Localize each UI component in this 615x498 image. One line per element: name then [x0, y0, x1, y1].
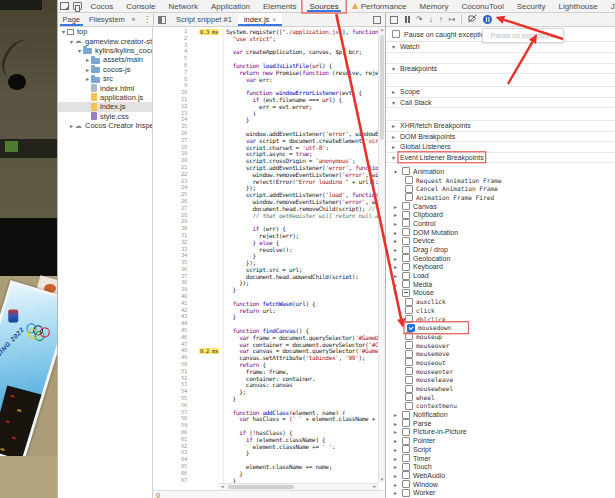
- code-line[interactable]: 63 }: [153, 449, 378, 456]
- category-checkbox[interactable]: [402, 219, 410, 227]
- code-line[interactable]: 66 }: [153, 470, 378, 477]
- code-line[interactable]: 42 return url;: [153, 307, 378, 314]
- section-twisty-icon[interactable]: ▸: [390, 88, 397, 95]
- line-number[interactable]: 45: [153, 327, 190, 334]
- code-line[interactable]: 36 script.src = url;: [153, 266, 378, 273]
- category-checkbox[interactable]: [402, 428, 410, 436]
- line-number[interactable]: 11: [153, 96, 190, 103]
- line-number[interactable]: 32: [153, 239, 190, 246]
- code-line[interactable]: 46 var frame = document.querySelector('#…: [153, 334, 378, 341]
- code-line[interactable]: 20 script.crossOrigin = 'anonymous';: [153, 157, 378, 164]
- event-checkbox-auxclick[interactable]: [405, 298, 413, 306]
- category-checkbox[interactable]: [402, 463, 410, 471]
- tab-filesystem[interactable]: Filesystem: [85, 13, 130, 26]
- sidebar-item-cocos-creator-inspector[interactable]: ▸☁Cocos Creator Inspector: [58, 121, 152, 130]
- step-icon[interactable]: ↦: [449, 16, 456, 24]
- line-number[interactable]: 53: [153, 381, 190, 388]
- category-checkbox[interactable]: [402, 454, 410, 462]
- category-twisty-icon[interactable]: ▸: [392, 203, 399, 210]
- tab-console[interactable]: Console: [120, 0, 162, 12]
- code-line[interactable]: 16 window.addEventListener('error', wind…: [153, 130, 378, 137]
- line-number[interactable]: 46: [153, 334, 190, 341]
- section-twisty-icon[interactable]: ▾: [390, 65, 397, 72]
- code-line[interactable]: 39 }: [153, 286, 378, 293]
- code-line[interactable]: 21 script.addEventListener('error', func…: [153, 164, 378, 171]
- category-twisty-icon[interactable]: ▸: [392, 246, 399, 253]
- twisty-icon[interactable]: ▾: [68, 38, 75, 45]
- tab-sources[interactable]: Sources: [303, 0, 345, 12]
- line-number[interactable]: 8: [153, 76, 190, 83]
- line-number[interactable]: 29: [153, 218, 190, 225]
- code-line[interactable]: 45 function findCanvas() {: [153, 327, 378, 334]
- code-line[interactable]: 22 window.removeEventListener('error', w…: [153, 171, 378, 178]
- event-row-contextmenu[interactable]: contextmenu: [386, 402, 615, 411]
- code-line[interactable]: 26 window.removeEventListener('error', w…: [153, 198, 378, 205]
- code-line[interactable]: 6 function loadJsListFile(url) {: [153, 62, 378, 69]
- line-number[interactable]: 52: [153, 375, 190, 382]
- code-line[interactable]: 18 script.charset = 'utf-8';: [153, 144, 378, 151]
- breakpoint-category-dom-mutation[interactable]: ▸DOM Mutation: [386, 228, 615, 237]
- code-line[interactable]: 19 script.async = true;: [153, 150, 378, 157]
- line-number[interactable]: 25: [153, 191, 190, 198]
- event-checkbox-mousedown[interactable]: [407, 324, 415, 332]
- category-checkbox[interactable]: [402, 489, 410, 497]
- sidebar-item-index-html[interactable]: index.html: [58, 83, 152, 92]
- line-number[interactable]: 33: [153, 246, 190, 253]
- line-number[interactable]: 20: [153, 157, 190, 164]
- line-number[interactable]: 51: [153, 368, 190, 375]
- code-line[interactable]: 54 };: [153, 388, 378, 395]
- code-line[interactable]: 59: [153, 422, 378, 429]
- event-row-mouseup[interactable]: mouseup: [386, 332, 615, 341]
- breakpoint-category-touch[interactable]: ▸Touch: [386, 462, 615, 471]
- code-line[interactable]: 37 document.head.appendChild(script);: [153, 273, 378, 280]
- code-line[interactable]: 2 "use strict";: [153, 35, 378, 42]
- navigator-toggle-icon[interactable]: [158, 16, 166, 24]
- category-twisty-icon[interactable]: ▸: [392, 489, 399, 496]
- code-line[interactable]: 12 err = evt.error;: [153, 103, 378, 110]
- pretty-print-icon[interactable]: {}: [156, 492, 160, 498]
- event-checkbox-mouseenter[interactable]: [405, 367, 413, 375]
- section-event-listener-breakpoints[interactable]: ▾Event Listener Breakpoints: [386, 153, 615, 164]
- breakpoint-category-load[interactable]: ▸Load: [386, 271, 615, 280]
- code-line[interactable]: 62 element.className += ' ';: [153, 443, 378, 450]
- breakpoint-category-drag-drop[interactable]: ▸Drag / drop: [386, 245, 615, 254]
- event-row-Animation Frame Fired[interactable]: Animation Frame Fired: [386, 193, 615, 202]
- category-twisty-icon[interactable]: ▸: [392, 428, 399, 435]
- sidebar-item-style-css[interactable]: style.css: [58, 112, 152, 121]
- code-line[interactable]: 8 var err;: [153, 76, 378, 83]
- sidebar-item-cocos-js[interactable]: ▸cocos-js: [58, 65, 152, 74]
- code-line[interactable]: 55 }: [153, 395, 378, 402]
- event-row-Request Animation Frame[interactable]: Request Animation Frame: [386, 176, 615, 185]
- category-twisty-icon[interactable]: ▸: [392, 463, 399, 470]
- event-checkbox-mouseover[interactable]: [405, 341, 413, 349]
- category-twisty-icon[interactable]: ▸: [392, 411, 399, 418]
- line-number[interactable]: 31: [153, 232, 190, 239]
- code-line[interactable]: 15: [153, 123, 378, 130]
- event-row-click[interactable]: click: [386, 306, 615, 315]
- event-row-mousemove[interactable]: mousemove: [386, 349, 615, 358]
- event-checkbox-Animation Frame Fired[interactable]: [405, 193, 413, 201]
- code-line[interactable]: 31 reject(err);: [153, 232, 378, 239]
- category-twisty-icon[interactable]: ▾: [392, 168, 399, 175]
- deactivate-breakpoints-icon[interactable]: [468, 14, 477, 25]
- category-twisty-icon[interactable]: ▸: [392, 472, 399, 479]
- breakpoint-category-script[interactable]: ▸Script: [386, 445, 615, 454]
- section-twisty-icon[interactable]: ▸: [390, 133, 397, 140]
- code-line[interactable]: 41 function fetchWasm(url) {: [153, 300, 378, 307]
- category-twisty-icon[interactable]: ▸: [392, 446, 399, 453]
- line-number[interactable]: 6: [153, 62, 190, 69]
- code-line[interactable]: 32 } else {: [153, 239, 378, 246]
- breakpoint-category-notification[interactable]: ▸Notification: [386, 410, 615, 419]
- category-checkbox[interactable]: [402, 263, 410, 271]
- line-number[interactable]: 50: [153, 361, 190, 368]
- code-line[interactable]: 61 if (element.className) {: [153, 436, 378, 443]
- code-line[interactable]: 480.2 ms var canvas = document.querySele…: [153, 347, 378, 354]
- event-checkbox-dblclick[interactable]: [405, 315, 413, 323]
- twisty-icon[interactable]: ▾: [60, 28, 67, 35]
- tab-coconutool[interactable]: CoconuTool: [455, 0, 510, 12]
- category-checkbox[interactable]: [402, 411, 410, 419]
- breakpoint-category-window[interactable]: ▸Window: [386, 480, 615, 489]
- event-checkbox-mouseup[interactable]: [405, 332, 413, 340]
- section-twisty-icon[interactable]: ▾: [390, 43, 397, 50]
- section-dom-breakpoints[interactable]: ▸DOM Breakpoints: [386, 132, 615, 143]
